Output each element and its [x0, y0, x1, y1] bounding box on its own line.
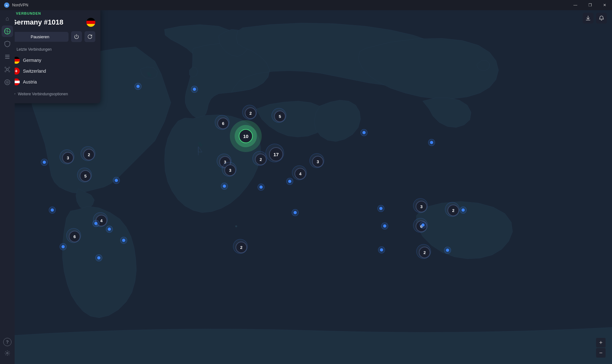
country-item-austria[interactable]: Austria	[11, 76, 95, 87]
dot-marker-4	[430, 141, 433, 144]
zoom-out-button[interactable]: −	[596, 348, 606, 358]
dot-marker-3	[362, 131, 366, 134]
dot-marker-22	[421, 223, 425, 227]
sidebar-item-target[interactable]	[2, 76, 13, 88]
titlebar: N NordVPN — ❐ ✕	[0, 0, 612, 10]
minimize-button[interactable]: —	[568, 0, 583, 10]
country-flag	[86, 18, 95, 27]
svg-point-26	[235, 225, 237, 227]
dot-marker-20	[462, 208, 465, 212]
dot-marker-18	[380, 248, 383, 251]
notification-button[interactable]	[596, 13, 607, 24]
svg-rect-4	[5, 55, 10, 55]
server-name: Germany #1018	[11, 18, 63, 26]
svg-point-8	[5, 67, 6, 68]
austria-label: Austria	[23, 79, 37, 84]
sidebar-item-list[interactable]	[2, 51, 13, 62]
titlebar-left: N NordVPN	[0, 2, 28, 8]
dot-marker-15	[223, 185, 226, 188]
action-buttons: Pausieren	[11, 31, 95, 42]
svg-line-12	[6, 68, 7, 69]
dot-marker-6	[115, 179, 118, 182]
svg-line-13	[8, 68, 9, 69]
dot-marker-8	[108, 228, 111, 231]
svg-point-18	[7, 82, 8, 83]
svg-line-15	[8, 70, 9, 71]
connection-status: VERBUNDEN	[16, 11, 41, 15]
germany-label: Germany	[23, 58, 41, 63]
connection-panel: VERBUNDEN Germany #1018 Pausieren ▲ Letz…	[6, 6, 100, 103]
recent-connections-list: Germany Switzerland Austria	[11, 55, 95, 87]
world-map-svg	[15, 10, 612, 364]
svg-point-11	[9, 71, 10, 72]
top-right-buttons	[583, 13, 607, 24]
svg-point-9	[9, 67, 10, 68]
svg-point-19	[7, 353, 8, 354]
more-options[interactable]: ▼ Weitere Verbindungsoptionen	[11, 90, 95, 98]
zoom-controls: + −	[596, 338, 606, 358]
sidebar-item-settings[interactable]	[2, 347, 13, 359]
window-controls: — ❐ ✕	[568, 0, 612, 10]
switzerland-label: Switzerland	[23, 69, 46, 74]
dot-marker-1	[136, 85, 140, 88]
sidebar-item-help[interactable]: ?	[3, 338, 11, 346]
dot-marker-19	[446, 249, 449, 252]
dot-marker-2	[193, 88, 196, 91]
dot-marker-16	[379, 207, 382, 210]
recent-connections-header[interactable]: ▲ Letzte Verbindungen	[11, 47, 95, 52]
svg-rect-6	[5, 58, 10, 59]
svg-line-14	[6, 70, 7, 71]
country-item-germany[interactable]: Germany	[11, 55, 95, 66]
dot-marker-11	[62, 245, 65, 248]
dot-marker-21	[294, 211, 297, 214]
refresh-button[interactable]	[84, 31, 95, 42]
dot-marker-12	[97, 256, 100, 259]
map-container[interactable]: 10 17 2 5 6	[15, 10, 612, 364]
map-background: 10 17 2 5 6	[15, 10, 612, 364]
sidebar-bottom: ?	[2, 338, 13, 361]
power-button[interactable]	[71, 31, 82, 42]
dot-marker-9	[122, 239, 125, 242]
app-title: NordVPN	[12, 3, 28, 7]
svg-text:N: N	[6, 4, 7, 7]
dot-marker-14	[259, 186, 263, 189]
sidebar-item-home[interactable]: ⌂	[2, 13, 13, 24]
dot-marker-7	[51, 208, 54, 212]
sidebar: ⌂	[0, 10, 15, 364]
maximize-button[interactable]: ❐	[583, 0, 597, 10]
sidebar-item-mesh[interactable]	[2, 64, 13, 75]
dot-marker-10	[94, 222, 98, 225]
dot-marker-5	[43, 161, 46, 164]
pause-button[interactable]: Pausieren	[11, 32, 69, 42]
svg-point-10	[5, 71, 6, 72]
dot-marker-13	[288, 180, 291, 183]
more-options-label: Weitere Verbindungsoptionen	[18, 92, 68, 96]
connected-badge: VERBUNDEN	[11, 11, 95, 15]
download-button[interactable]	[583, 13, 594, 24]
country-item-switzerland[interactable]: Switzerland	[11, 66, 95, 76]
sidebar-item-shield[interactable]	[2, 38, 13, 50]
sidebar-item-map[interactable]	[2, 25, 13, 37]
dot-marker-17	[383, 224, 386, 228]
svg-rect-5	[5, 56, 10, 57]
close-button[interactable]: ✕	[597, 0, 612, 10]
nordvpn-logo: N	[4, 2, 10, 8]
active-server-marker[interactable]: 10	[239, 129, 253, 143]
server-row: Germany #1018	[11, 18, 95, 27]
zoom-in-button[interactable]: +	[596, 338, 606, 347]
